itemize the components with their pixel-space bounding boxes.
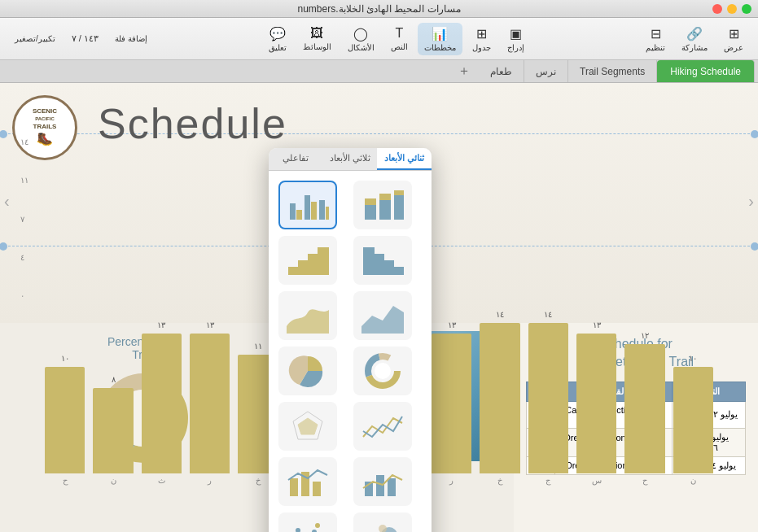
media-button[interactable]: 🖼 الوسائط bbox=[296, 23, 338, 55]
bar-group-0: ١٠ح bbox=[45, 367, 85, 485]
bar-13: ١٠ bbox=[673, 367, 713, 473]
chart-type-bar-stacked[interactable] bbox=[353, 181, 412, 229]
bar-group-10: ١٤ج bbox=[528, 323, 568, 485]
add-tab-button[interactable]: ＋ bbox=[449, 60, 479, 82]
tab-food[interactable]: طعام bbox=[479, 60, 524, 82]
view-button[interactable]: ⊞ عرض bbox=[717, 23, 750, 55]
bar-x-label-2: ث bbox=[158, 476, 165, 485]
organize-button[interactable]: ⊟ تنظيم bbox=[639, 23, 672, 55]
tab-turs[interactable]: نرس bbox=[524, 60, 568, 82]
bar-value-label-2: ١٣ bbox=[142, 321, 182, 329]
bar-9: ١٤ bbox=[480, 323, 519, 473]
svg-rect-3 bbox=[311, 202, 317, 220]
svg-point-42 bbox=[379, 525, 387, 532]
maximize-button[interactable] bbox=[742, 4, 751, 14]
chart-type-bar-mixed2[interactable] bbox=[353, 457, 412, 506]
share-icon: 🔗 bbox=[686, 26, 703, 41]
chart-type-step-right[interactable] bbox=[353, 236, 412, 285]
bar-8: ١٣ bbox=[432, 334, 471, 473]
format-button[interactable]: تكبير/تصغير bbox=[8, 31, 62, 46]
y-label-4: ٤ bbox=[20, 253, 28, 262]
svg-rect-8 bbox=[379, 200, 391, 220]
comment-button[interactable]: 💬 تعليق bbox=[262, 23, 293, 55]
document-title: مسارات المحيط الهادئ الخلابة.numbers bbox=[297, 3, 460, 15]
bar-value-label-9: ١٤ bbox=[480, 310, 519, 319]
dot-right bbox=[751, 130, 758, 138]
svg-rect-6 bbox=[365, 205, 376, 220]
add-col-button[interactable]: إضافة فلة bbox=[108, 31, 154, 46]
tab-hiking-schedule[interactable]: Hiking Schedule bbox=[657, 60, 755, 82]
view-label: عرض bbox=[724, 43, 743, 52]
view-icon: ⊞ bbox=[729, 26, 739, 41]
svg-point-39 bbox=[315, 523, 320, 528]
tab-trail-segments[interactable]: Trail Segments bbox=[568, 60, 657, 82]
bar-11: ١٣ bbox=[576, 334, 616, 473]
chart-type-radar[interactable] bbox=[278, 402, 337, 451]
bar-group-11: ١٣س bbox=[576, 334, 616, 485]
close-button[interactable] bbox=[712, 4, 722, 14]
text-button[interactable]: T النص bbox=[384, 23, 414, 55]
chart-type-donut[interactable] bbox=[353, 347, 412, 395]
picker-tab-2d[interactable]: ثنائي الأبعاد bbox=[377, 148, 432, 170]
bar-group-2: ١٣ث bbox=[142, 334, 182, 485]
chart-type-area-curved[interactable] bbox=[278, 291, 337, 340]
bar-value-label-12: ١٢ bbox=[624, 331, 664, 340]
shapes-button[interactable]: ◯ الأشكال bbox=[341, 23, 381, 55]
y-label-7: ٧ bbox=[20, 215, 28, 224]
svg-point-38 bbox=[296, 528, 300, 532]
zoom-display[interactable]: ١٤٣ / ٧ bbox=[65, 30, 105, 47]
picker-tab-interactive[interactable]: تفاعلي bbox=[269, 148, 323, 170]
organize-label: تنظيم bbox=[646, 43, 665, 52]
chart-type-step-left[interactable] bbox=[278, 236, 337, 285]
svg-rect-13 bbox=[298, 260, 309, 275]
bar-1: ٨ bbox=[93, 388, 133, 473]
share-label: مشاركة bbox=[681, 43, 708, 52]
bar-x-label-11: س bbox=[592, 476, 602, 485]
y-label-0: ٠ bbox=[20, 291, 28, 300]
chart-button[interactable]: 📊 مخططات bbox=[418, 23, 462, 55]
chart-type-scatter[interactable] bbox=[278, 512, 337, 532]
chart-type-bar-mixed1[interactable] bbox=[278, 457, 337, 506]
bar-value-label-8: ١٣ bbox=[432, 321, 471, 329]
svg-rect-10 bbox=[394, 195, 404, 220]
dot-left bbox=[0, 130, 7, 138]
svg-marker-26 bbox=[298, 418, 318, 434]
y-label-14: ١٤ bbox=[20, 137, 28, 146]
bar-x-label-1: ن bbox=[111, 476, 116, 485]
svg-rect-2 bbox=[305, 195, 310, 220]
chart-nav-left[interactable]: ‹ bbox=[4, 192, 10, 211]
bar-value-label-13: ١٠ bbox=[673, 354, 713, 363]
bar-x-label-4: خ bbox=[256, 476, 261, 485]
bar-2: ١٣ bbox=[142, 334, 182, 473]
bar-x-label-13: ن bbox=[690, 476, 696, 485]
svg-rect-15 bbox=[318, 247, 329, 275]
insert-button[interactable]: ▣ إدراج bbox=[501, 23, 531, 55]
picker-tabs: ثنائي الأبعاد ثلاثي الأبعاد تفاعلي bbox=[269, 148, 432, 171]
bar-group-12: ١٢ح bbox=[624, 344, 664, 485]
picker-tab-3d[interactable]: ثلاثي الأبعاد bbox=[323, 148, 378, 170]
minimize-button[interactable] bbox=[727, 4, 737, 14]
table-button[interactable]: ⊞ جدول bbox=[466, 23, 497, 55]
share-button[interactable]: 🔗 مشاركة bbox=[675, 23, 714, 55]
tab-bar: Hiking Schedule Trail Segments نرس طعام … bbox=[0, 60, 758, 83]
svg-rect-19 bbox=[392, 267, 404, 275]
main-content: Schedule SCENIC PACIFIC TRAILS 🥾 ١٤ ١١ ٧… bbox=[0, 83, 758, 532]
chart-type-bubble[interactable] bbox=[353, 512, 412, 532]
svg-rect-14 bbox=[308, 254, 319, 275]
svg-rect-11 bbox=[394, 190, 404, 195]
organize-icon: ⊟ bbox=[651, 26, 661, 41]
svg-rect-31 bbox=[376, 475, 384, 496]
chart-type-grid bbox=[269, 171, 432, 532]
chart-type-line[interactable] bbox=[353, 402, 412, 451]
bar-group-3: ١٣ر bbox=[190, 334, 230, 485]
chart-type-bar-grouped[interactable] bbox=[278, 181, 337, 229]
bar-value-label-10: ١٤ bbox=[528, 310, 568, 319]
chart-nav-right[interactable]: › bbox=[748, 192, 754, 211]
svg-rect-5 bbox=[326, 207, 329, 220]
chart-type-pie[interactable] bbox=[278, 347, 337, 395]
bar-x-label-3: ر bbox=[208, 476, 212, 485]
toolbar-center: ▣ إدراج ⊞ جدول 📊 مخططات T النص ◯ الأشكال… bbox=[262, 23, 531, 55]
y-axis: ١٤ ١١ ٧ ٤ ٠ bbox=[20, 137, 28, 300]
svg-rect-12 bbox=[288, 267, 300, 275]
chart-type-area-straight[interactable] bbox=[353, 291, 412, 340]
